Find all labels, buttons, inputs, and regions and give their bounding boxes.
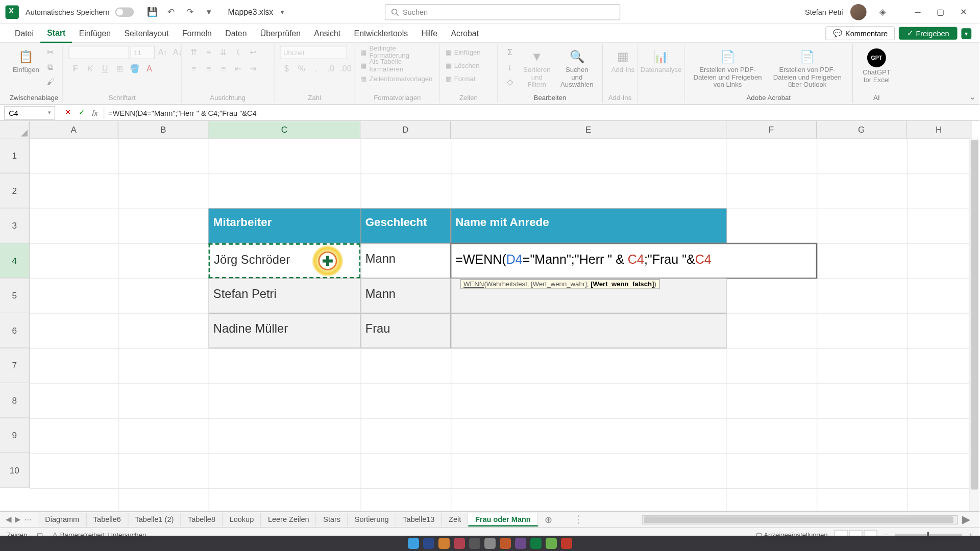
taskbar-app-icon[interactable] — [546, 538, 557, 549]
fx-button[interactable]: fx — [89, 107, 101, 119]
table-cell-formula[interactable] — [451, 313, 726, 348]
ribbon-tab-seitenlayout[interactable]: Seitenlayout — [117, 24, 175, 43]
find-select-button[interactable]: 🔍Suchen und Auswählen — [557, 46, 597, 91]
taskbar-app-icon[interactable] — [484, 538, 496, 549]
bold-icon[interactable]: F — [68, 62, 82, 75]
font-color-icon[interactable]: A — [142, 62, 156, 75]
row-header-7[interactable]: 7 — [0, 348, 30, 384]
fill-color-icon[interactable]: 🪣 — [128, 62, 141, 75]
insert-cells-button[interactable]: ▦ Einfügen — [446, 46, 481, 58]
column-header-D[interactable]: D — [360, 121, 451, 138]
ribbon-tab-einfügen[interactable]: Einfügen — [72, 24, 117, 43]
spreadsheet-grid[interactable]: ABCDEFGH 12345678910 MitarbeiterGeschlec… — [0, 121, 979, 511]
row-header-10[interactable]: 10 — [0, 453, 30, 488]
wrap-text-icon[interactable]: ↩ — [246, 46, 259, 59]
column-header-G[interactable]: G — [817, 121, 907, 138]
number-format-select[interactable] — [280, 46, 347, 59]
increase-decimal-icon[interactable]: .0 — [324, 62, 337, 75]
diamond-icon[interactable]: ◈ — [877, 7, 888, 17]
autosave-toggle[interactable] — [115, 7, 134, 16]
share-button[interactable]: ✓ Freigeben — [899, 27, 957, 40]
decrease-decimal-icon[interactable]: .00 — [339, 62, 352, 75]
user-name-label[interactable]: Stefan Petri — [805, 8, 844, 16]
share-dropdown[interactable]: ▾ — [961, 28, 971, 39]
sheet-tab[interactable]: Leere Zeilen — [261, 513, 316, 526]
taskbar-app-icon[interactable] — [423, 538, 434, 549]
align-left-icon[interactable]: ≡ — [187, 62, 200, 75]
taskbar-app-icon[interactable] — [438, 538, 450, 549]
ribbon-tab-hilfe[interactable]: Hilfe — [414, 24, 444, 43]
underline-icon[interactable]: U — [98, 62, 111, 75]
border-icon[interactable]: ⊞ — [113, 62, 126, 75]
create-pdf-outlook-button[interactable]: 📄Erstellen von PDF-Dateien und Freigeben… — [768, 46, 847, 91]
column-header-H[interactable]: H — [907, 121, 972, 138]
create-pdf-link-button[interactable]: 📄Erstellen von PDF-Dateien und Freigeben… — [690, 46, 765, 91]
align-top-icon[interactable]: ⇈ — [187, 46, 200, 59]
paste-button[interactable]: 📋Einfügen — [11, 46, 41, 76]
align-center-icon[interactable]: ≡ — [202, 62, 215, 75]
format-cells-button[interactable]: ▦ Format — [446, 72, 476, 85]
search-input[interactable]: Suchen — [384, 4, 620, 20]
sheet-tab[interactable]: Frau oder Mann — [469, 513, 538, 526]
cell-styles-button[interactable]: ▦ Zellenformatvorlagen — [360, 72, 432, 85]
cancel-formula-button[interactable]: ✕ — [62, 107, 74, 119]
name-box[interactable]: C4▾ — [4, 106, 55, 119]
table-header[interactable]: Mitarbeiter — [209, 209, 361, 244]
table-cell-formula[interactable]: =WENN(D4="Mann";"Herr " & C4;"Frau "&C4 — [451, 243, 817, 279]
format-as-table-button[interactable]: ▦ Als Tabelle formatieren — [360, 59, 434, 71]
ribbon-tab-acrobat[interactable]: Acrobat — [444, 24, 485, 43]
indent-decrease-icon[interactable]: ⇤ — [231, 62, 244, 75]
sheet-nav-prev-icon[interactable]: ◀ — [6, 515, 11, 524]
conditional-formatting-button[interactable]: ▦ Bedingte Formatierung — [360, 46, 434, 58]
row-header-6[interactable]: 6 — [0, 313, 30, 348]
table-cell-gender[interactable]: Mann — [360, 279, 451, 314]
taskbar-app-icon[interactable] — [561, 538, 572, 549]
save-icon[interactable]: 💾 — [147, 7, 158, 17]
currency-icon[interactable]: $ — [280, 62, 293, 75]
taskbar-app-icon[interactable] — [530, 538, 542, 549]
sheet-tab[interactable]: Sortierung — [348, 513, 397, 526]
format-painter-icon[interactable]: 🖌 — [44, 76, 57, 89]
column-header-E[interactable]: E — [451, 121, 726, 138]
row-header-8[interactable]: 8 — [0, 383, 30, 418]
column-header-F[interactable]: F — [726, 121, 817, 138]
confirm-formula-button[interactable]: ✓ — [76, 107, 88, 119]
align-right-icon[interactable]: ≡ — [216, 62, 230, 75]
sheet-tab[interactable]: Tabelle1 (2) — [128, 513, 181, 526]
ribbon-tab-entwicklertools[interactable]: Entwicklertools — [347, 24, 414, 43]
ribbon-tab-start[interactable]: Start — [40, 24, 72, 43]
taskbar-app-icon[interactable] — [454, 538, 465, 549]
row-header-2[interactable]: 2 — [0, 173, 30, 209]
sheet-tab[interactable]: Lookup — [223, 513, 261, 526]
filename-chevron-icon[interactable]: ▾ — [277, 7, 288, 17]
sheet-tab[interactable]: Tabelle6 — [87, 513, 129, 526]
select-all-corner[interactable] — [0, 121, 30, 138]
table-header[interactable]: Name mit Anrede — [451, 209, 726, 244]
copy-icon[interactable]: ⧉ — [44, 61, 57, 74]
orientation-icon[interactable]: ⤹ — [231, 46, 244, 59]
row-header-3[interactable]: 3 — [0, 209, 30, 244]
close-button[interactable]: ✕ — [952, 3, 974, 21]
cut-icon[interactable]: ✂ — [44, 46, 57, 59]
column-header-C[interactable]: C — [209, 121, 361, 138]
table-header[interactable]: Geschlecht — [360, 209, 451, 244]
align-middle-icon[interactable]: ≡ — [202, 46, 215, 59]
row-header-4[interactable]: 4 — [0, 243, 30, 279]
taskbar-app-icon[interactable] — [408, 538, 419, 549]
column-header-A[interactable]: A — [30, 121, 118, 138]
percent-icon[interactable]: % — [295, 62, 308, 75]
scroll-right-icon[interactable]: ▶ — [962, 513, 970, 526]
taskbar-app-icon[interactable] — [469, 538, 480, 549]
sheet-tab[interactable]: Tabelle13 — [396, 513, 442, 526]
delete-cells-button[interactable]: ▦ Löschen — [446, 59, 480, 71]
table-cell-name[interactable]: Stefan Petri — [209, 279, 361, 314]
row-header-1[interactable]: 1 — [0, 139, 30, 174]
align-bottom-icon[interactable]: ⇊ — [216, 46, 230, 59]
taskbar-app-icon[interactable] — [500, 538, 511, 549]
ribbon-tab-überprüfen[interactable]: Überprüfen — [254, 24, 308, 43]
vertical-scrollbar[interactable] — [969, 139, 979, 511]
autosum-icon[interactable]: Σ — [503, 46, 517, 59]
sheet-nav-more-icon[interactable]: ⋯ — [24, 515, 31, 524]
sheet-tab[interactable]: Zeit — [442, 513, 469, 526]
data-analysis-button[interactable]: 📊Datenanalyse — [643, 46, 679, 76]
